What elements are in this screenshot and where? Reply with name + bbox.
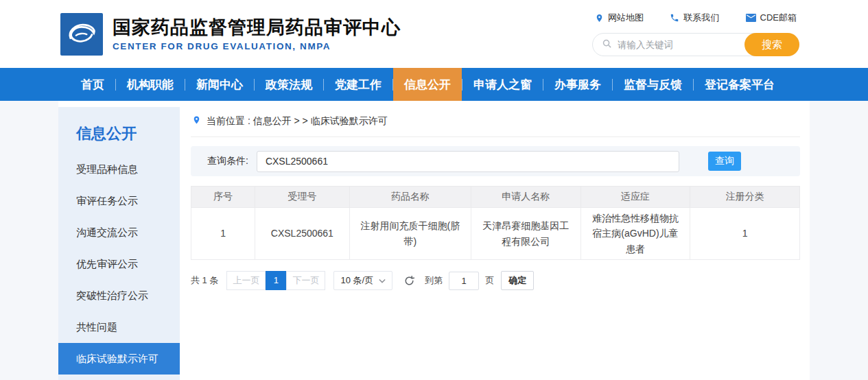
col-header-applicant: 申请人名称 <box>471 187 581 208</box>
table-row: 1 CXSL2500661 注射用间充质干细胞(脐带) 天津昂赛细胞基因工程有限… <box>191 208 800 260</box>
col-header-indication: 适应症 <box>580 187 690 208</box>
nav-item-applicant-window[interactable]: 申请人之窗 <box>462 68 543 101</box>
goto-prefix: 到第 <box>425 274 443 287</box>
sidebar-item-priority-review[interactable]: 优先审评公示 <box>58 248 180 280</box>
col-header-index: 序号 <box>191 187 255 208</box>
col-header-registration-class: 注册分类 <box>690 187 800 208</box>
site-search: 搜索 <box>592 33 799 56</box>
nav-item-registration-platform[interactable]: 登记备案平台 <box>694 68 786 101</box>
site-search-input[interactable] <box>618 40 741 50</box>
nav-item-home[interactable]: 首页 <box>70 68 115 101</box>
next-page-button[interactable]: 下一页 <box>286 271 325 290</box>
col-header-drug-name: 药品名称 <box>349 187 471 208</box>
query-input[interactable] <box>257 151 679 172</box>
nav-item-policy[interactable]: 政策法规 <box>255 68 323 101</box>
site-subtitle: CENTER FOR DRUG EVALUATION, NMPA <box>113 41 401 51</box>
goto-suffix: 页 <box>485 274 494 287</box>
page-size-select[interactable]: 10 条/页 <box>333 271 392 290</box>
cell-index: 1 <box>191 208 255 260</box>
results-table: 序号 受理号 药品名称 申请人名称 适应症 注册分类 1 CXSL2500661… <box>191 186 800 260</box>
cell-applicant: 天津昂赛细胞基因工程有限公司 <box>471 208 581 260</box>
sidebar-item-review-tasks[interactable]: 审评任务公示 <box>58 185 180 217</box>
brand-text: 国家药品监督管理局药品审评中心 CENTER FOR DRUG EVALUATI… <box>113 16 401 52</box>
nav-item-info-disclosure[interactable]: 信息公开 <box>393 68 462 101</box>
page-number-1[interactable]: 1 <box>266 271 286 290</box>
page-body: 信息公开 受理品种信息 审评任务公示 沟通交流公示 优先审评公示 突破性治疗公示… <box>0 101 868 380</box>
col-header-acceptance-no: 受理号 <box>255 187 349 208</box>
main-nav: 首页 机构职能 新闻中心 政策法规 党建工作 信息公开 申请人之窗 办事服务 监… <box>0 68 868 101</box>
link-contact-label: 联系我们 <box>683 12 719 24</box>
breadcrumb: 当前位置 : 信息公开 > > 临床试验默示许可 <box>191 108 800 137</box>
nav-item-functions[interactable]: 机构职能 <box>116 68 185 101</box>
sidebar-item-breakthrough-therapy[interactable]: 突破性治疗公示 <box>58 280 180 311</box>
query-button[interactable]: 查询 <box>708 152 741 171</box>
prev-page-button[interactable]: 上一页 <box>226 271 266 290</box>
nav-item-party[interactable]: 党建工作 <box>324 68 392 101</box>
link-sitemap[interactable]: 网站地图 <box>595 12 644 24</box>
nav-item-news[interactable]: 新闻中心 <box>185 68 254 101</box>
pagination-total: 共 1 条 <box>191 274 218 287</box>
content: 当前位置 : 信息公开 > > 临床试验默示许可 查询条件: 查询 序号 受理号… <box>180 107 810 380</box>
mail-icon <box>746 14 756 22</box>
breadcrumb-pin-icon <box>192 115 201 128</box>
quick-links: 网站地图 联系我们 CDE邮箱 <box>592 12 799 24</box>
cell-acceptance-no: CXSL2500661 <box>255 208 349 260</box>
sidebar-title: 信息公开 <box>58 118 180 154</box>
cde-logo-icon[interactable] <box>60 13 103 56</box>
location-pin-icon <box>595 13 604 23</box>
site-title: 国家药品监督管理局药品审评中心 <box>113 16 401 40</box>
sidebar-item-clinical-trial-implied-license[interactable]: 临床试验默示许可 <box>58 343 180 375</box>
link-cde-mail[interactable]: CDE邮箱 <box>746 12 797 24</box>
cell-registration-class: 1 <box>690 208 800 260</box>
nav-item-supervision[interactable]: 监督与反馈 <box>613 68 693 101</box>
refresh-icon[interactable] <box>403 275 415 287</box>
query-bar: 查询条件: 查询 <box>191 146 800 176</box>
table-header-row: 序号 受理号 药品名称 申请人名称 适应症 注册分类 <box>191 187 800 208</box>
query-label: 查询条件: <box>207 155 248 167</box>
link-cde-mail-label: CDE邮箱 <box>760 12 797 24</box>
nav-item-services[interactable]: 办事服务 <box>543 68 612 101</box>
sidebar: 信息公开 受理品种信息 审评任务公示 沟通交流公示 优先审评公示 突破性治疗公示… <box>58 107 180 380</box>
sidebar-item-accepted-varieties[interactable]: 受理品种信息 <box>58 154 180 185</box>
brand: 国家药品监督管理局药品审评中心 CENTER FOR DRUG EVALUATI… <box>60 13 401 56</box>
breadcrumb-text: 当前位置 : 信息公开 > > 临床试验默示许可 <box>207 115 388 128</box>
sidebar-item-marketed-drugs[interactable]: 上市药品信息 <box>58 375 180 380</box>
link-contact[interactable]: 联系我们 <box>670 12 719 24</box>
link-sitemap-label: 网站地图 <box>608 12 644 24</box>
search-icon <box>602 38 612 51</box>
goto-confirm-button[interactable]: 确定 <box>501 271 534 290</box>
phone-icon <box>670 13 679 23</box>
main-panel: 信息公开 受理品种信息 审评任务公示 沟通交流公示 优先审评公示 突破性治疗公示… <box>58 101 810 380</box>
cell-drug-name: 注射用间充质干细胞(脐带) <box>349 208 471 260</box>
cell-indication: 难治性急性移植物抗宿主病(aGvHD)儿童患者 <box>580 208 690 260</box>
page-size-value: 10 条/页 <box>340 274 373 287</box>
site-header: 国家药品监督管理局药品审评中心 CENTER FOR DRUG EVALUATI… <box>0 0 868 68</box>
sidebar-item-common-issues[interactable]: 共性问题 <box>58 311 180 343</box>
header-right: 网站地图 联系我们 CDE邮箱 搜索 <box>592 12 799 56</box>
pager: 上一页 1 下一页 <box>226 271 325 290</box>
site-search-button[interactable]: 搜索 <box>744 33 799 56</box>
goto-page-input[interactable] <box>449 272 479 290</box>
sidebar-item-communication[interactable]: 沟通交流公示 <box>58 217 180 248</box>
pagination: 共 1 条 上一页 1 下一页 10 条/页 到第 页 确定 <box>191 271 800 290</box>
chevron-down-icon <box>379 278 386 283</box>
